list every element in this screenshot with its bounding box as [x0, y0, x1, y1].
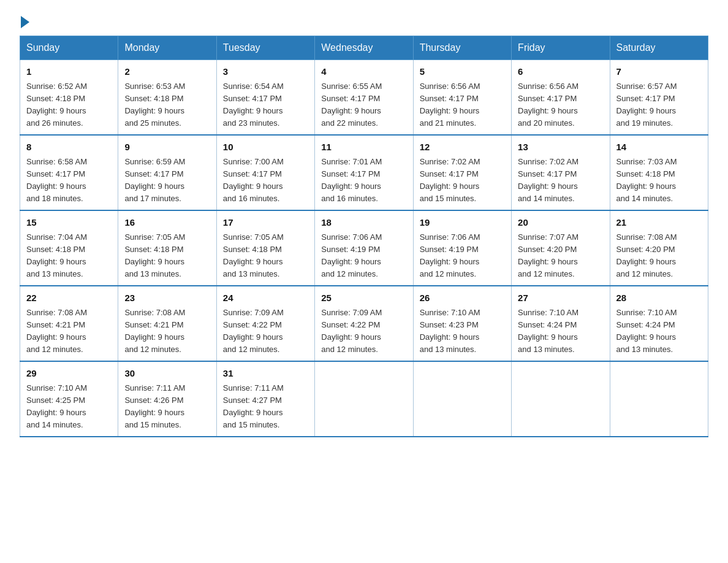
calendar-cell: 1 Sunrise: 6:52 AMSunset: 4:18 PMDayligh…	[20, 60, 118, 136]
day-info: Sunrise: 7:10 AMSunset: 4:23 PMDaylight:…	[420, 308, 480, 354]
day-info: Sunrise: 6:54 AMSunset: 4:17 PMDaylight:…	[223, 82, 284, 128]
day-info: Sunrise: 7:08 AMSunset: 4:20 PMDaylight:…	[616, 232, 677, 278]
calendar-cell: 2 Sunrise: 6:53 AMSunset: 4:18 PMDayligh…	[118, 60, 216, 136]
page-header	[20, 15, 708, 28]
calendar-cell: 28 Sunrise: 7:10 AMSunset: 4:24 PMDaylig…	[610, 286, 708, 361]
calendar-cell: 9 Sunrise: 6:59 AMSunset: 4:17 PMDayligh…	[118, 135, 216, 210]
calendar-header: SundayMondayTuesdayWednesdayThursdayFrid…	[20, 36, 708, 60]
day-number: 18	[321, 216, 406, 230]
day-number: 8	[26, 140, 112, 155]
week-row-4: 22 Sunrise: 7:08 AMSunset: 4:21 PMDaylig…	[20, 286, 708, 361]
calendar-cell: 29 Sunrise: 7:10 AMSunset: 4:25 PMDaylig…	[20, 361, 118, 437]
day-info: Sunrise: 7:09 AMSunset: 4:22 PMDaylight:…	[321, 308, 382, 354]
day-info: Sunrise: 7:08 AMSunset: 4:21 PMDaylight:…	[124, 308, 185, 354]
calendar-cell: 15 Sunrise: 7:04 AMSunset: 4:18 PMDaylig…	[20, 210, 118, 286]
day-number: 27	[518, 291, 603, 305]
calendar-cell: 26 Sunrise: 7:10 AMSunset: 4:23 PMDaylig…	[413, 286, 511, 361]
week-row-2: 8 Sunrise: 6:58 AMSunset: 4:17 PMDayligh…	[20, 135, 708, 210]
day-number: 5	[420, 65, 505, 79]
day-info: Sunrise: 6:58 AMSunset: 4:17 PMDaylight:…	[26, 157, 87, 203]
day-number: 12	[420, 140, 505, 155]
day-info: Sunrise: 7:02 AMSunset: 4:17 PMDaylight:…	[518, 157, 578, 203]
calendar-cell: 19 Sunrise: 7:06 AMSunset: 4:19 PMDaylig…	[413, 210, 511, 286]
day-number: 20	[518, 216, 603, 230]
day-number: 26	[420, 291, 505, 305]
calendar-cell: 6 Sunrise: 6:56 AMSunset: 4:17 PMDayligh…	[512, 60, 610, 136]
day-info: Sunrise: 6:53 AMSunset: 4:18 PMDaylight:…	[124, 82, 185, 128]
day-number: 11	[321, 140, 406, 155]
calendar-table: SundayMondayTuesdayWednesdayThursdayFrid…	[20, 36, 708, 437]
calendar-cell: 30 Sunrise: 7:11 AMSunset: 4:26 PMDaylig…	[118, 361, 216, 437]
day-header-monday: Monday	[118, 36, 216, 60]
week-row-1: 1 Sunrise: 6:52 AMSunset: 4:18 PMDayligh…	[20, 60, 708, 136]
day-info: Sunrise: 7:11 AMSunset: 4:26 PMDaylight:…	[124, 383, 185, 429]
calendar-cell: 12 Sunrise: 7:02 AMSunset: 4:17 PMDaylig…	[413, 135, 511, 210]
day-info: Sunrise: 7:08 AMSunset: 4:21 PMDaylight:…	[26, 308, 87, 354]
day-headers-row: SundayMondayTuesdayWednesdayThursdayFrid…	[20, 36, 708, 60]
calendar-cell: 11 Sunrise: 7:01 AMSunset: 4:17 PMDaylig…	[315, 135, 413, 210]
day-number: 9	[124, 140, 210, 155]
calendar-cell: 16 Sunrise: 7:05 AMSunset: 4:18 PMDaylig…	[118, 210, 216, 286]
day-info: Sunrise: 6:56 AMSunset: 4:17 PMDaylight:…	[420, 82, 480, 128]
logo-arrow-icon	[21, 16, 29, 28]
day-number: 22	[26, 291, 112, 305]
day-number: 10	[223, 140, 308, 155]
day-info: Sunrise: 7:05 AMSunset: 4:18 PMDaylight:…	[124, 232, 185, 278]
day-info: Sunrise: 7:11 AMSunset: 4:27 PMDaylight:…	[223, 383, 284, 429]
calendar-cell: 4 Sunrise: 6:55 AMSunset: 4:17 PMDayligh…	[315, 60, 413, 136]
calendar-cell: 7 Sunrise: 6:57 AMSunset: 4:17 PMDayligh…	[610, 60, 708, 136]
calendar-body: 1 Sunrise: 6:52 AMSunset: 4:18 PMDayligh…	[20, 60, 708, 437]
day-info: Sunrise: 7:00 AMSunset: 4:17 PMDaylight:…	[223, 157, 284, 203]
calendar-cell: 13 Sunrise: 7:02 AMSunset: 4:17 PMDaylig…	[512, 135, 610, 210]
day-number: 29	[26, 367, 112, 381]
week-row-5: 29 Sunrise: 7:10 AMSunset: 4:25 PMDaylig…	[20, 361, 708, 437]
day-header-tuesday: Tuesday	[216, 36, 314, 60]
day-number: 30	[124, 367, 210, 381]
calendar-cell	[413, 361, 511, 437]
calendar-cell: 8 Sunrise: 6:58 AMSunset: 4:17 PMDayligh…	[20, 135, 118, 210]
day-number: 17	[223, 216, 308, 230]
calendar-cell: 18 Sunrise: 7:06 AMSunset: 4:19 PMDaylig…	[315, 210, 413, 286]
day-header-wednesday: Wednesday	[315, 36, 413, 60]
calendar-cell: 21 Sunrise: 7:08 AMSunset: 4:20 PMDaylig…	[610, 210, 708, 286]
day-number: 23	[124, 291, 210, 305]
calendar-cell: 14 Sunrise: 7:03 AMSunset: 4:18 PMDaylig…	[610, 135, 708, 210]
day-info: Sunrise: 7:07 AMSunset: 4:20 PMDaylight:…	[518, 232, 578, 278]
day-number: 19	[420, 216, 505, 230]
calendar-cell: 5 Sunrise: 6:56 AMSunset: 4:17 PMDayligh…	[413, 60, 511, 136]
day-number: 31	[223, 367, 308, 381]
calendar-cell	[610, 361, 708, 437]
day-info: Sunrise: 6:56 AMSunset: 4:17 PMDaylight:…	[518, 82, 578, 128]
calendar-cell: 31 Sunrise: 7:11 AMSunset: 4:27 PMDaylig…	[216, 361, 314, 437]
day-info: Sunrise: 7:09 AMSunset: 4:22 PMDaylight:…	[223, 308, 284, 354]
week-row-3: 15 Sunrise: 7:04 AMSunset: 4:18 PMDaylig…	[20, 210, 708, 286]
day-number: 13	[518, 140, 603, 155]
day-number: 16	[124, 216, 210, 230]
day-info: Sunrise: 7:05 AMSunset: 4:18 PMDaylight:…	[223, 232, 284, 278]
day-info: Sunrise: 6:52 AMSunset: 4:18 PMDaylight:…	[26, 82, 87, 128]
day-number: 28	[616, 291, 702, 305]
day-header-friday: Friday	[512, 36, 610, 60]
day-info: Sunrise: 7:06 AMSunset: 4:19 PMDaylight:…	[420, 232, 480, 278]
calendar-cell: 23 Sunrise: 7:08 AMSunset: 4:21 PMDaylig…	[118, 286, 216, 361]
day-info: Sunrise: 7:10 AMSunset: 4:25 PMDaylight:…	[26, 383, 87, 429]
day-info: Sunrise: 7:02 AMSunset: 4:17 PMDaylight:…	[420, 157, 480, 203]
day-info: Sunrise: 7:10 AMSunset: 4:24 PMDaylight:…	[616, 308, 677, 354]
day-number: 7	[616, 65, 702, 79]
calendar-cell: 10 Sunrise: 7:00 AMSunset: 4:17 PMDaylig…	[216, 135, 314, 210]
calendar-cell: 3 Sunrise: 6:54 AMSunset: 4:17 PMDayligh…	[216, 60, 314, 136]
calendar-cell: 25 Sunrise: 7:09 AMSunset: 4:22 PMDaylig…	[315, 286, 413, 361]
day-info: Sunrise: 6:57 AMSunset: 4:17 PMDaylight:…	[616, 82, 677, 128]
day-header-saturday: Saturday	[610, 36, 708, 60]
day-number: 24	[223, 291, 308, 305]
day-header-thursday: Thursday	[413, 36, 511, 60]
day-info: Sunrise: 7:06 AMSunset: 4:19 PMDaylight:…	[321, 232, 382, 278]
day-number: 1	[26, 65, 112, 79]
day-info: Sunrise: 7:01 AMSunset: 4:17 PMDaylight:…	[321, 157, 382, 203]
day-number: 2	[124, 65, 210, 79]
day-info: Sunrise: 6:59 AMSunset: 4:17 PMDaylight:…	[124, 157, 185, 203]
day-number: 4	[321, 65, 406, 79]
logo	[20, 15, 29, 28]
day-number: 25	[321, 291, 406, 305]
calendar-cell: 22 Sunrise: 7:08 AMSunset: 4:21 PMDaylig…	[20, 286, 118, 361]
